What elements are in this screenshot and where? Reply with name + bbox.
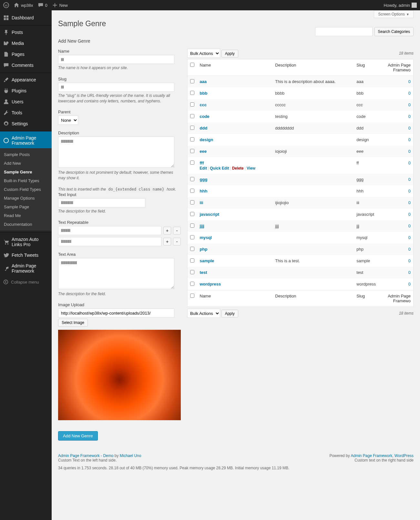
row-checkbox[interactable] <box>190 161 194 165</box>
image-url-input[interactable] <box>58 308 174 317</box>
menu-item-pages[interactable]: Pages <box>0 49 52 60</box>
col-description[interactable]: Description <box>272 59 354 76</box>
footer-wp-link[interactable]: WordPress <box>394 453 414 458</box>
menu-item-comments[interactable]: Comments <box>0 60 52 71</box>
search-input[interactable] <box>315 27 373 36</box>
term-count-link[interactable]: 0 <box>408 149 411 154</box>
term-name-link[interactable]: ccc <box>200 102 207 107</box>
row-checkbox[interactable] <box>190 282 194 286</box>
menu-item-admin-page-framework[interactable]: Admin Page Framework <box>0 131 52 148</box>
submenu-item-documentation[interactable]: Documentation <box>0 220 52 229</box>
term-count-link[interactable]: 0 <box>408 79 411 84</box>
term-name-link[interactable]: ddd <box>200 126 208 130</box>
col-slug[interactable]: Slug <box>354 59 384 76</box>
row-checkbox[interactable] <box>190 224 194 228</box>
submit-button[interactable]: Add New Genre <box>58 431 98 441</box>
menu-item-media[interactable]: Media <box>0 38 52 49</box>
howdy-link[interactable]: Howdy, admin <box>384 3 417 8</box>
row-checkbox[interactable] <box>190 102 194 107</box>
menu-item-users[interactable]: Users <box>0 96 52 107</box>
wp-logo-icon[interactable]: W <box>3 2 9 8</box>
edit-link[interactable]: Edit <box>200 166 207 171</box>
repeat-remove-button[interactable]: - <box>173 238 181 245</box>
col-name[interactable]: Name <box>197 59 273 76</box>
term-count-link[interactable]: 0 <box>408 235 411 240</box>
parent-select[interactable]: None <box>58 116 78 125</box>
footer-author-link[interactable]: Michael Uno <box>120 453 141 458</box>
term-count-link[interactable]: 0 <box>408 114 411 119</box>
term-name-link[interactable]: code <box>200 114 210 119</box>
term-name-link[interactable]: fff <box>200 161 204 165</box>
row-checkbox[interactable] <box>190 177 194 181</box>
menu-item-fetch-tweets[interactable]: Fetch Tweets <box>0 250 52 261</box>
term-name-link[interactable]: design <box>200 137 213 142</box>
term-name-link[interactable]: aaa <box>200 79 207 84</box>
select-all-checkbox-bottom[interactable] <box>190 294 194 298</box>
term-name-link[interactable]: javascript <box>200 212 220 217</box>
select-image-button[interactable]: Select Image <box>58 319 88 327</box>
search-button[interactable]: Search Categories <box>374 27 414 36</box>
submenu-item-sample-posts[interactable]: Sample Posts <box>0 150 52 159</box>
row-checkbox[interactable] <box>190 235 194 239</box>
menu-item-amazon-auto-links-pro[interactable]: Amazon Auto Links Pro <box>0 233 52 250</box>
repeatable-input-1[interactable] <box>58 226 161 235</box>
repeatable-input-2[interactable] <box>58 237 161 246</box>
term-name-link[interactable]: sample <box>200 258 214 263</box>
submenu-item-sample-genre[interactable]: Sample Genre <box>0 168 52 176</box>
row-checkbox[interactable] <box>190 189 194 193</box>
screen-options-button[interactable]: Screen Options▼ <box>374 10 414 18</box>
menu-item-dashboard[interactable]: Dashboard <box>0 12 52 23</box>
term-name-link[interactable]: eee <box>200 149 207 154</box>
select-all-checkbox[interactable] <box>190 63 194 67</box>
term-name-link[interactable]: hhh <box>200 189 208 193</box>
footer-apf-link[interactable]: Admin Page Framework <box>351 453 392 458</box>
row-checkbox[interactable] <box>190 91 194 95</box>
term-count-link[interactable]: 0 <box>408 247 411 252</box>
term-name-link[interactable]: jjjj <box>200 224 204 228</box>
term-count-link[interactable]: 0 <box>408 282 411 286</box>
menu-item-tools[interactable]: Tools <box>0 107 52 118</box>
term-name-link[interactable]: test <box>200 270 207 275</box>
description-textarea[interactable] <box>58 137 174 168</box>
term-count-link[interactable]: 0 <box>408 224 411 228</box>
delete-link[interactable]: Delete <box>232 166 244 171</box>
textarea-field[interactable] <box>58 258 174 289</box>
submenu-item-built-in-field-types[interactable]: Built-in Field Types <box>0 176 52 185</box>
quick-edit-link[interactable]: Quick Edit <box>210 166 229 171</box>
apply-button[interactable]: Apply <box>221 50 238 57</box>
row-checkbox[interactable] <box>190 114 194 118</box>
repeat-add-button[interactable]: + <box>163 238 171 245</box>
name-input[interactable] <box>58 55 174 64</box>
menu-item-posts[interactable]: Posts <box>0 25 52 38</box>
term-name-link[interactable]: iii <box>200 200 203 205</box>
bulk-actions-select-bottom[interactable]: Bulk Actions <box>187 309 220 318</box>
term-count-link[interactable]: 0 <box>408 270 411 275</box>
row-checkbox[interactable] <box>190 126 194 130</box>
view-link[interactable]: View <box>247 166 255 171</box>
new-link[interactable]: New <box>52 2 68 8</box>
collapse-menu-button[interactable]: Collapse menu <box>0 276 52 288</box>
menu-item-admin-page-framework[interactable]: Admin Page Framework <box>0 261 52 276</box>
row-checkbox[interactable] <box>190 79 194 83</box>
term-count-link[interactable]: 0 <box>408 200 411 205</box>
term-count-link[interactable]: 0 <box>408 161 411 165</box>
row-checkbox[interactable] <box>190 200 194 204</box>
row-checkbox[interactable] <box>190 247 194 251</box>
term-count-link[interactable]: 0 <box>408 91 411 96</box>
term-count-link[interactable]: 0 <box>408 189 411 193</box>
bulk-actions-select[interactable]: Bulk Actions <box>187 49 220 58</box>
term-count-link[interactable]: 0 <box>408 137 411 142</box>
menu-item-plugins[interactable]: Plugins <box>0 85 52 96</box>
footer-left-link[interactable]: Admin Page Framework - Demo <box>58 453 113 458</box>
submenu-item-add-new[interactable]: Add New <box>0 159 52 168</box>
menu-item-appearance[interactable]: Appearance <box>0 73 52 85</box>
row-checkbox[interactable] <box>190 270 194 274</box>
repeat-add-button[interactable]: + <box>163 227 171 234</box>
menu-item-settings[interactable]: Settings <box>0 118 52 129</box>
term-name-link[interactable]: bbb <box>200 91 208 96</box>
submenu-item-read-me[interactable]: Read Me <box>0 211 52 220</box>
row-checkbox[interactable] <box>190 149 194 153</box>
repeat-remove-button[interactable]: - <box>173 227 181 234</box>
apply-button-bottom[interactable]: Apply <box>221 310 238 317</box>
term-count-link[interactable]: 0 <box>408 258 411 263</box>
